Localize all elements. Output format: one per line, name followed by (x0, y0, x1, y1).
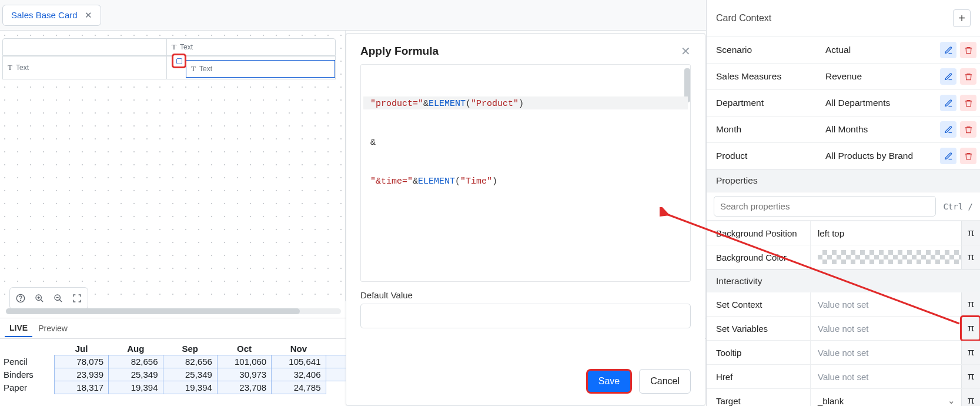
context-value: All Departments (825, 98, 940, 108)
canvas-cell[interactable]: T Text (2, 56, 168, 79)
property-value[interactable]: Value not set (810, 365, 961, 388)
property-label: Set Context (707, 299, 810, 310)
canvas-cell-selected[interactable]: T Text (186, 60, 335, 78)
context-label: Sales Measures (716, 71, 825, 82)
close-icon[interactable]: ✕ (681, 44, 691, 58)
tab-title: Sales Base Card (11, 10, 78, 20)
pi-formula-icon[interactable]: π (961, 317, 980, 340)
context-label: Scenario (716, 45, 825, 55)
property-row: Href Value not set π (707, 365, 980, 389)
svg-point-1 (20, 300, 21, 301)
svg-line-7 (59, 299, 62, 302)
delete-icon[interactable] (960, 68, 976, 85)
property-label: Tooltip (707, 348, 810, 358)
pi-formula-icon[interactable]: π (961, 221, 980, 245)
tab-live[interactable]: LIVE (5, 320, 32, 337)
text-label: Text (199, 65, 212, 73)
search-row: Ctrl / (707, 192, 980, 221)
property-value[interactable]: Value not set (810, 292, 961, 316)
pi-formula-icon[interactable]: π (961, 365, 980, 388)
default-value-input[interactable] (360, 304, 691, 328)
delete-icon[interactable] (960, 42, 976, 58)
save-button[interactable]: Save (586, 369, 632, 394)
table-cell[interactable]: 82,656 (163, 355, 217, 368)
context-label: Month (716, 124, 825, 135)
table-cell[interactable]: 25,349 (109, 368, 163, 381)
table-cell[interactable]: 18,317 (54, 381, 108, 394)
delete-icon[interactable] (960, 95, 976, 111)
table-cell[interactable]: 32,406 (272, 368, 326, 381)
square-icon (176, 58, 182, 64)
default-value-label: Default Value (360, 290, 691, 300)
pi-formula-icon[interactable]: π (961, 341, 980, 364)
fit-screen-icon[interactable] (69, 290, 85, 307)
property-row: Tooltip Value not set π (707, 341, 980, 365)
context-label: Product (716, 151, 825, 161)
table-cell[interactable]: 101,060 (217, 355, 271, 368)
edit-icon[interactable] (940, 148, 956, 164)
table-cell[interactable]: 30,973 (217, 368, 271, 381)
table-cell[interactable]: 82,656 (109, 355, 163, 368)
scrollbar-thumb[interactable] (6, 308, 300, 314)
dialog-title: Apply Formula (360, 45, 439, 58)
edit-icon[interactable] (940, 42, 956, 58)
property-value[interactable]: Value not set (810, 341, 961, 364)
canvas-cell[interactable]: T Text (166, 38, 336, 56)
zoom-out-icon[interactable] (50, 290, 66, 307)
property-row: Set Context Value not set π (707, 292, 980, 317)
text-label: Text (16, 64, 29, 72)
add-button[interactable]: + (953, 9, 971, 27)
help-icon[interactable] (12, 290, 29, 307)
right-sidebar: Card Context + Scenario Actual Sales Mea… (706, 0, 980, 406)
table-cell[interactable]: 24,785 (272, 381, 326, 394)
search-input[interactable] (714, 196, 936, 217)
property-label: Set Variables (707, 324, 810, 334)
chevron-down-icon[interactable]: ⌄ (948, 395, 955, 406)
property-value[interactable] (810, 245, 961, 269)
cancel-button[interactable]: Cancel (639, 369, 691, 394)
text-icon: T (191, 64, 196, 74)
sidebar-title: Card Context (716, 13, 771, 24)
edit-icon[interactable] (940, 95, 956, 111)
table-cell[interactable]: 105,641 (272, 355, 326, 368)
canvas-cell[interactable] (2, 38, 168, 56)
table-cell[interactable]: 19,394 (163, 381, 217, 394)
tab-sales-base-card[interactable]: Sales Base Card ✕ (2, 5, 101, 26)
row-header: Paper (0, 381, 54, 394)
text-label: Text (180, 43, 193, 51)
edit-icon[interactable] (940, 121, 956, 138)
close-icon[interactable]: ✕ (85, 10, 92, 21)
context-row: Department All Departments (707, 89, 980, 116)
annotation-highlight-selected-cell (172, 54, 186, 68)
design-canvas[interactable]: T Text T Text T Text (0, 31, 346, 301)
table-cell[interactable]: 19,394 (109, 381, 163, 394)
formula-dialog: Apply Formula ✕ "product="&ELEMENT("Prod… (346, 33, 705, 406)
table-cell[interactable]: 23,939 (54, 368, 108, 381)
pi-formula-icon[interactable]: π (961, 292, 980, 316)
horizontal-scrollbar[interactable] (6, 308, 341, 314)
tab-preview[interactable]: Preview (32, 320, 73, 337)
text-icon: T (8, 63, 12, 72)
zoom-toolbar (9, 287, 88, 310)
context-value: All Products by Brand (825, 151, 940, 161)
property-value[interactable]: _blank⌄ (810, 389, 961, 406)
delete-icon[interactable] (960, 148, 976, 164)
table-cell[interactable]: 78,075 (54, 355, 108, 368)
property-value[interactable]: left top (810, 221, 961, 245)
col-header: Jul (54, 342, 108, 355)
context-row: Product All Products by Brand (707, 142, 980, 169)
col-header: Aug (109, 342, 163, 355)
table-cell[interactable]: 25,349 (163, 368, 217, 381)
pi-formula-icon[interactable]: π (961, 389, 980, 406)
property-value[interactable]: Value not set (810, 317, 961, 340)
keyboard-shortcut: Ctrl / (941, 201, 975, 212)
delete-icon[interactable] (960, 121, 976, 138)
section-properties: Properties (707, 169, 980, 192)
edit-icon[interactable] (940, 68, 956, 85)
zoom-in-icon[interactable] (31, 290, 48, 307)
formula-editor[interactable]: "product="&ELEMENT("Product") & "&time="… (360, 64, 691, 282)
pi-formula-icon[interactable]: π (961, 245, 980, 269)
section-interactivity: Interactivity (707, 269, 980, 292)
table-cell[interactable]: 23,708 (217, 381, 271, 394)
property-row: Background Position left top π (707, 221, 980, 245)
